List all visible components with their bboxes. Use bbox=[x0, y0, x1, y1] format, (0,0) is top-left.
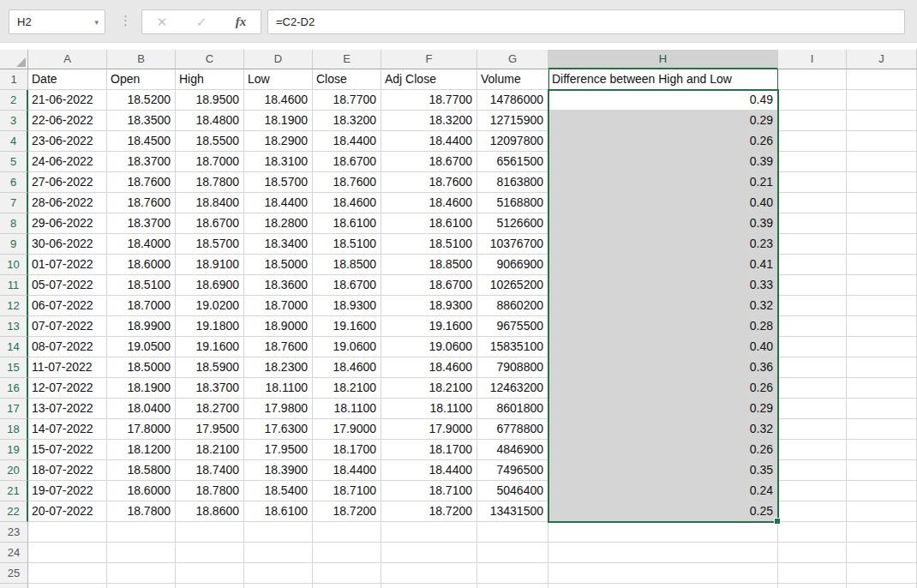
cell-A19[interactable]: 15-07-2022 bbox=[28, 440, 107, 460]
cell-F4[interactable]: 18.4400 bbox=[381, 131, 477, 152]
name-box[interactable]: H2 ▾ bbox=[9, 9, 105, 34]
cell-A18[interactable]: 14-07-2022 bbox=[28, 419, 107, 440]
cell-A9[interactable]: 30-06-2022 bbox=[28, 234, 107, 255]
column-header-D[interactable]: D bbox=[244, 50, 313, 69]
cell-C17[interactable]: 18.2700 bbox=[176, 399, 244, 419]
cell-F21[interactable]: 18.7100 bbox=[381, 481, 477, 501]
cell-G23[interactable] bbox=[477, 522, 548, 543]
cell-E6[interactable]: 18.7600 bbox=[313, 172, 381, 193]
cell-B9[interactable]: 18.4000 bbox=[107, 234, 176, 255]
cell-F9[interactable]: 18.5100 bbox=[381, 234, 477, 255]
cell-B7[interactable]: 18.7600 bbox=[107, 193, 176, 213]
cell-A21[interactable]: 19-07-2022 bbox=[28, 481, 107, 501]
cell-B15[interactable]: 18.5000 bbox=[107, 357, 176, 378]
cell-A10[interactable]: 01-07-2022 bbox=[28, 255, 107, 275]
fill-handle[interactable] bbox=[774, 518, 781, 525]
column-header-C[interactable]: C bbox=[176, 50, 244, 69]
cell-D12[interactable]: 18.7000 bbox=[244, 296, 313, 316]
enter-icon[interactable]: ✓ bbox=[196, 15, 207, 30]
cell-J23[interactable] bbox=[847, 522, 917, 543]
cell-G20[interactable]: 7496500 bbox=[477, 460, 548, 481]
cell-I4[interactable] bbox=[778, 131, 847, 152]
cell-C21[interactable]: 18.7800 bbox=[176, 481, 244, 501]
cell-B14[interactable]: 19.0500 bbox=[107, 337, 176, 357]
cell-I24[interactable] bbox=[778, 543, 847, 563]
cell-B24[interactable] bbox=[107, 543, 176, 563]
cell-F22[interactable]: 18.7200 bbox=[381, 501, 477, 522]
row-header-6[interactable]: 6 bbox=[0, 172, 28, 193]
cell-D22[interactable]: 18.6100 bbox=[244, 501, 313, 522]
cell-G6[interactable]: 8163800 bbox=[477, 172, 548, 193]
cell-H17[interactable]: 0.29 bbox=[548, 399, 778, 419]
row-header-20[interactable]: 20 bbox=[0, 460, 28, 481]
cell-H25[interactable] bbox=[548, 563, 778, 584]
cell-G2[interactable]: 14786000 bbox=[477, 90, 548, 111]
cell-D10[interactable]: 18.5000 bbox=[244, 255, 313, 275]
cell-E13[interactable]: 19.1600 bbox=[313, 316, 381, 337]
cell-H14[interactable]: 0.40 bbox=[548, 337, 778, 357]
cell-H19[interactable]: 0.26 bbox=[548, 440, 778, 460]
cell-E14[interactable]: 19.0600 bbox=[313, 337, 381, 357]
cell-D20[interactable]: 18.3900 bbox=[244, 460, 313, 481]
cell-A13[interactable]: 07-07-2022 bbox=[28, 316, 107, 337]
cell-F20[interactable]: 18.4400 bbox=[381, 460, 477, 481]
cell-J2[interactable] bbox=[847, 90, 917, 111]
cell-G15[interactable]: 7908800 bbox=[477, 357, 548, 378]
cell-F11[interactable]: 18.6700 bbox=[381, 275, 477, 296]
cell-D4[interactable]: 18.2900 bbox=[244, 131, 313, 152]
cell-C25[interactable] bbox=[176, 563, 244, 584]
cell-C3[interactable]: 18.4800 bbox=[176, 111, 244, 131]
cell-E11[interactable]: 18.6700 bbox=[313, 275, 381, 296]
cell-H15[interactable]: 0.36 bbox=[548, 357, 778, 378]
cell-I25[interactable] bbox=[778, 563, 847, 584]
name-box-dropdown-icon[interactable]: ▾ bbox=[94, 18, 105, 27]
cell-E3[interactable]: 18.3200 bbox=[313, 111, 381, 131]
cell-E25[interactable] bbox=[313, 563, 381, 584]
cell-J4[interactable] bbox=[847, 131, 917, 152]
cell-E10[interactable]: 18.8500 bbox=[313, 255, 381, 275]
cell-F15[interactable]: 18.4600 bbox=[381, 357, 477, 378]
cell-I16[interactable] bbox=[778, 378, 847, 399]
cell-D18[interactable]: 17.6300 bbox=[244, 419, 313, 440]
cell-F3[interactable]: 18.3200 bbox=[381, 111, 477, 131]
cell-E7[interactable]: 18.4600 bbox=[313, 193, 381, 213]
cell-G17[interactable]: 8601800 bbox=[477, 399, 548, 419]
cell-J17[interactable] bbox=[847, 399, 917, 419]
cell-G19[interactable]: 4846900 bbox=[477, 440, 548, 460]
grip-dots-icon[interactable]: ⋮ bbox=[119, 14, 132, 27]
cell-F17[interactable]: 18.1100 bbox=[381, 399, 477, 419]
cell-B12[interactable]: 18.7000 bbox=[107, 296, 176, 316]
cell-partial-A[interactable] bbox=[28, 584, 107, 588]
row-header-4[interactable]: 4 bbox=[0, 131, 28, 152]
cell-E19[interactable]: 18.1700 bbox=[313, 440, 381, 460]
cell-F6[interactable]: 18.7600 bbox=[381, 172, 477, 193]
cell-B23[interactable] bbox=[107, 522, 176, 543]
cell-G21[interactable]: 5046400 bbox=[477, 481, 548, 501]
cell-I9[interactable] bbox=[778, 234, 847, 255]
cell-I6[interactable] bbox=[778, 172, 847, 193]
cell-C4[interactable]: 18.5500 bbox=[176, 131, 244, 152]
cell-G14[interactable]: 15835100 bbox=[477, 337, 548, 357]
cell-partial-C[interactable] bbox=[176, 584, 244, 588]
cell-E24[interactable] bbox=[313, 543, 381, 563]
cell-D24[interactable] bbox=[244, 543, 313, 563]
cell-G24[interactable] bbox=[477, 543, 548, 563]
cell-F12[interactable]: 18.9300 bbox=[381, 296, 477, 316]
cell-D13[interactable]: 18.9000 bbox=[244, 316, 313, 337]
row-header-19[interactable]: 19 bbox=[0, 440, 28, 460]
cell-E1[interactable]: Close bbox=[313, 69, 381, 90]
cell-B2[interactable]: 18.5200 bbox=[107, 90, 176, 111]
cell-A20[interactable]: 18-07-2022 bbox=[28, 460, 107, 481]
cell-I7[interactable] bbox=[778, 193, 847, 213]
cell-A1[interactable]: Date bbox=[28, 69, 107, 90]
cell-J6[interactable] bbox=[847, 172, 917, 193]
cell-D9[interactable]: 18.3400 bbox=[244, 234, 313, 255]
cell-H2[interactable]: 0.49 bbox=[548, 90, 778, 111]
cell-J1[interactable] bbox=[847, 69, 917, 90]
cell-E22[interactable]: 18.7200 bbox=[313, 501, 381, 522]
cell-G11[interactable]: 10265200 bbox=[477, 275, 548, 296]
cell-B3[interactable]: 18.3500 bbox=[107, 111, 176, 131]
cell-J14[interactable] bbox=[847, 337, 917, 357]
cell-B10[interactable]: 18.6000 bbox=[107, 255, 176, 275]
cell-H12[interactable]: 0.32 bbox=[548, 296, 778, 316]
